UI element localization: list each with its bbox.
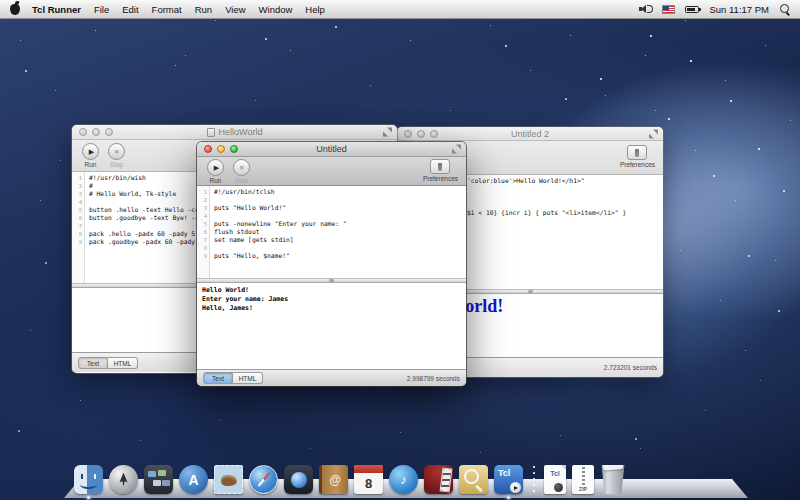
preferences-label: Preferences: [423, 175, 458, 182]
titlebar[interactable]: Untitled 2: [397, 127, 663, 141]
line-number: 7: [72, 222, 82, 230]
tcl-runner-dock-item[interactable]: Tcl: [494, 465, 523, 494]
line-number: 6: [72, 214, 82, 222]
line-number: 3: [72, 190, 82, 198]
itunes-dock-item[interactable]: ♪: [389, 465, 418, 494]
menu-item[interactable]: View: [225, 4, 245, 15]
app-store-dock-item[interactable]: A: [179, 465, 208, 494]
spotlight-icon[interactable]: [779, 3, 791, 15]
line-number: 4: [197, 212, 207, 220]
app-menu-title[interactable]: Tcl Runner: [32, 4, 81, 15]
run-button[interactable]: Run: [207, 159, 224, 184]
fullscreen-icon[interactable]: [452, 145, 461, 154]
volume-icon[interactable]: [639, 4, 652, 14]
run-label: Run: [85, 161, 97, 168]
apple-menu-icon[interactable]: [10, 4, 20, 15]
zip-archive-icon: ZIP: [572, 465, 594, 494]
menu-item[interactable]: Edit: [122, 4, 138, 15]
time-machine-dock-item[interactable]: [284, 465, 313, 494]
fullscreen-icon[interactable]: [383, 128, 392, 137]
fullscreen-icon[interactable]: [649, 129, 658, 138]
close-button[interactable]: [79, 128, 87, 136]
code-editor[interactable]: 123456789 #!/usr/bin/tclsh puts "Hello W…: [197, 186, 466, 278]
line-number: 9: [72, 238, 82, 246]
bottom-bar: Text HTML 2.998799 seconds: [197, 369, 466, 386]
preferences-button[interactable]: Preferences: [423, 159, 458, 182]
mission-control-dock-item[interactable]: [144, 465, 173, 494]
safari-dock-item[interactable]: [249, 465, 278, 494]
stop-button[interactable]: Stop: [233, 159, 250, 184]
launchpad-dock-item[interactable]: [109, 465, 138, 494]
output-mode-switch: Text HTML: [78, 357, 138, 369]
mail-dock-item[interactable]: [214, 465, 243, 494]
stop-icon: [233, 159, 250, 176]
menu-item[interactable]: Window: [259, 4, 293, 15]
tab-html[interactable]: HTML: [233, 372, 263, 384]
finder-dock-item[interactable]: [74, 465, 103, 494]
line-number: 7: [197, 236, 207, 244]
launchpad-icon: [109, 465, 138, 494]
output-line: Hello World!: [202, 286, 466, 295]
output-pane[interactable]: Hello World!Enter your name: JamesHello,…: [197, 283, 466, 369]
zoom-button[interactable]: [430, 130, 438, 138]
finder-icon: [74, 465, 103, 494]
tab-text[interactable]: Text: [203, 372, 233, 384]
toolbar: Run Stop Preferences: [197, 157, 466, 186]
minimize-button[interactable]: [217, 145, 225, 153]
address-book-glyph: @: [319, 465, 348, 494]
zoom-button[interactable]: [105, 128, 113, 136]
titlebar[interactable]: Untitled: [197, 142, 466, 157]
address-book-icon: @: [319, 465, 348, 494]
pane-splitter[interactable]: [197, 278, 466, 283]
tcl-runner-icon: Tcl: [494, 465, 523, 494]
minimize-button[interactable]: [92, 128, 100, 136]
titlebar[interactable]: HelloWorld: [72, 125, 397, 140]
zip-archive-glyph: ZIP: [572, 465, 594, 494]
minimize-button[interactable]: [417, 130, 425, 138]
tcl-document-dock-item[interactable]: Tcl: [544, 465, 566, 494]
tab-text[interactable]: Text: [78, 357, 108, 369]
photo-booth-dock-item[interactable]: [424, 465, 453, 494]
battery-icon[interactable]: [685, 6, 699, 13]
menu-item[interactable]: Format: [152, 4, 182, 15]
menu-bar: Tcl Runner FileEditFormatRunViewWindowHe…: [0, 0, 800, 19]
stop-button[interactable]: Stop: [108, 143, 125, 168]
ical-icon: 8: [354, 465, 383, 494]
splitter-handle-icon: [329, 279, 334, 282]
line-number: 3: [197, 204, 207, 212]
menu-item[interactable]: Run: [195, 4, 212, 15]
run-duration: 2.723201 seconds: [604, 364, 657, 371]
close-button[interactable]: [204, 145, 212, 153]
menu-item[interactable]: Help: [305, 4, 325, 15]
tab-html[interactable]: HTML: [108, 357, 138, 369]
zip-archive-dock-item[interactable]: ZIP: [572, 465, 594, 494]
menu-item[interactable]: File: [94, 4, 109, 15]
app-store-glyph: A: [179, 465, 208, 494]
address-book-dock-item[interactable]: @: [319, 465, 348, 494]
code-line: [467, 201, 663, 209]
close-button[interactable]: [404, 130, 412, 138]
preferences-label: Preferences: [620, 161, 655, 168]
output-line: Enter your name: James: [202, 295, 466, 304]
trash-dock-item[interactable]: [600, 465, 626, 494]
window-title: HelloWorld: [219, 127, 263, 137]
line-number: 8: [72, 230, 82, 238]
dock-separator: [529, 466, 538, 494]
line-number-gutter: 123456789: [72, 172, 85, 283]
untitled-window[interactable]: Untitled Run Stop Preferences 123456789 …: [197, 142, 466, 386]
input-language-flag-icon[interactable]: [662, 5, 675, 14]
preferences-icon: [430, 159, 450, 174]
search-app-dock-item[interactable]: [459, 465, 488, 494]
run-icon: [207, 159, 224, 176]
code-line: [467, 185, 663, 193]
zoom-button[interactable]: [230, 145, 238, 153]
code-text[interactable]: #!/usr/bin/tclsh puts "Hello World!" put…: [210, 186, 466, 278]
ical-dock-item[interactable]: 8: [354, 465, 383, 494]
search-app-icon: [459, 465, 488, 494]
run-button[interactable]: Run: [82, 143, 99, 168]
code-line: puts -nonewline "Enter your name: ": [214, 220, 466, 228]
window-title: Untitled: [316, 144, 347, 154]
line-number: 9: [197, 252, 207, 260]
menu-clock[interactable]: Sun 11:17 PM: [709, 4, 769, 15]
preferences-button[interactable]: Preferences: [620, 145, 655, 168]
